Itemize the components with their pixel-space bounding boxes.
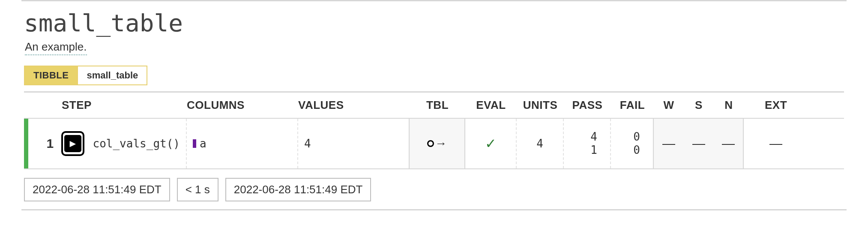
badge-name: small_table: [78, 66, 147, 85]
col-header-fail: FAIL: [611, 99, 654, 112]
fail-fraction: 0: [633, 144, 640, 157]
chevron-right-icon: ►: [68, 138, 78, 149]
column-marker-icon: [193, 139, 196, 148]
tbl-unchanged-icon: →: [427, 138, 447, 150]
units-value: 4: [523, 137, 557, 150]
col-header-units: UNITS: [517, 99, 564, 112]
end-time: 2022-06-28 11:51:49 EDT: [225, 178, 371, 201]
col-header-step: STEP: [24, 99, 187, 112]
cell-units: 4: [517, 119, 564, 168]
badge-type: TIBBLE: [24, 66, 78, 85]
step-index: 1: [34, 136, 54, 151]
report-footer: 2022-06-28 11:51:49 EDT < 1 s 2022-06-28…: [24, 178, 844, 201]
pass-fraction: 1: [590, 144, 597, 157]
col-header-n: N: [714, 99, 744, 112]
header-separator: [24, 91, 844, 93]
cell-w: —: [654, 119, 684, 168]
pass-count: 4: [590, 130, 597, 144]
col-header-columns: COLUMNS: [187, 99, 298, 112]
col-header-pass: PASS: [564, 99, 611, 112]
check-icon: ✓: [485, 135, 497, 152]
assertion-icon: ►: [61, 131, 84, 156]
cell-columns: a: [187, 119, 298, 168]
cell-step: 1 ► col_vals_gt(): [28, 119, 187, 168]
column-headers: STEP COLUMNS VALUES TBL EVAL UNITS PASS …: [24, 99, 844, 112]
table-row: 1 ► col_vals_gt() a 4 → ✓ 4 4 1: [24, 119, 844, 169]
duration: < 1 s: [177, 178, 218, 201]
status-bar-pass: [24, 119, 28, 168]
w-value: —: [660, 136, 678, 151]
fail-count: 0: [633, 130, 640, 144]
top-rule: [21, 0, 847, 1]
cell-fail: 0 0: [611, 119, 654, 168]
cell-n: —: [714, 119, 744, 168]
cell-tbl: →: [410, 119, 465, 168]
source-badges: TIBBLEsmall_table: [24, 66, 844, 85]
col-header-s: S: [684, 99, 714, 112]
assertion-name: col_vals_gt(): [93, 137, 180, 150]
threshold-value: 4: [304, 137, 311, 150]
report-subtitle: An example.: [25, 40, 87, 55]
start-time: 2022-06-28 11:51:49 EDT: [24, 178, 170, 201]
bottom-rule: [21, 209, 847, 210]
n-value: —: [720, 136, 737, 151]
ext-value: —: [750, 136, 802, 151]
cell-values: 4: [298, 119, 410, 168]
col-header-eval: EVAL: [465, 99, 517, 112]
col-header-ext: EXT: [744, 99, 808, 112]
col-header-w: W: [654, 99, 684, 112]
report-title: small_table: [24, 9, 844, 37]
cell-eval: ✓: [465, 119, 517, 168]
validation-report: small_table An example. TIBBLEsmall_tabl…: [0, 0, 868, 210]
cell-ext: —: [744, 119, 808, 168]
column-name: a: [200, 137, 207, 150]
s-value: —: [690, 136, 708, 151]
col-header-tbl: TBL: [410, 99, 465, 112]
cell-pass: 4 1: [564, 119, 611, 168]
cell-s: —: [684, 119, 714, 168]
col-header-values: VALUES: [298, 99, 410, 112]
